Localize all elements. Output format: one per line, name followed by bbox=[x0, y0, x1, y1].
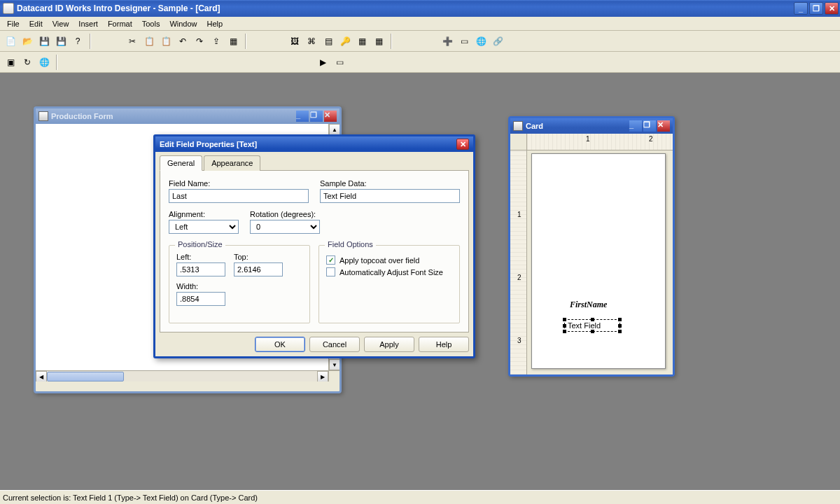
main-titlebar: Datacard ID Works Intro Designer - Sampl… bbox=[0, 0, 840, 17]
select-rotation[interactable]: 0 bbox=[250, 220, 320, 234]
dialog-title: Edit Field Properties [Text] bbox=[160, 140, 456, 148]
menu-help[interactable]: Help bbox=[203, 18, 227, 29]
scroll-down-icon[interactable]: ▼ bbox=[329, 359, 340, 370]
tab-panel-general: Field Name: Sample Data: Alignment: Left bbox=[160, 171, 469, 332]
checkbox-apply-topcoat-row[interactable]: Apply topcoat over field bbox=[326, 255, 452, 265]
checkbox-apply-topcoat[interactable] bbox=[326, 255, 335, 265]
label-top: Top: bbox=[234, 253, 283, 261]
input-top[interactable] bbox=[234, 262, 283, 276]
window-icon bbox=[38, 111, 48, 121]
pf-close-button[interactable]: ✕ bbox=[324, 111, 337, 122]
card-titlebar[interactable]: Card _ ❐ ✕ bbox=[510, 118, 673, 134]
input-field-name[interactable] bbox=[169, 189, 309, 203]
image-icon[interactable]: 🖼 bbox=[287, 34, 302, 49]
menu-format[interactable]: Format bbox=[104, 18, 136, 29]
card-minimize-button[interactable]: _ bbox=[629, 120, 642, 132]
input-sample-data[interactable] bbox=[320, 189, 460, 203]
ruler-corner bbox=[510, 134, 527, 150]
grid-icon[interactable]: ▦ bbox=[354, 34, 370, 49]
ok-button[interactable]: OK bbox=[255, 337, 305, 352]
pf-minimize-button[interactable]: _ bbox=[296, 111, 309, 122]
label-apply-topcoat: Apply topcoat over field bbox=[340, 256, 419, 265]
dialog-tabstrip: General Appearance bbox=[160, 155, 469, 171]
snap-icon[interactable]: ▦ bbox=[225, 34, 241, 49]
close-button[interactable]: ✕ bbox=[825, 2, 839, 15]
toolbar-separator bbox=[56, 55, 57, 70]
refresh-icon[interactable]: ↻ bbox=[20, 55, 35, 70]
production-form-titlebar[interactable]: Production Form _ ❐ ✕ bbox=[36, 108, 340, 124]
label-rotation: Rotation (degrees): bbox=[250, 210, 320, 218]
world-icon[interactable]: 🌐 bbox=[473, 34, 489, 49]
page-icon[interactable]: ▭ bbox=[332, 55, 347, 70]
addcard-icon[interactable]: ➕ bbox=[440, 34, 455, 49]
input-left[interactable] bbox=[176, 262, 225, 276]
menu-window[interactable]: Window bbox=[165, 18, 201, 29]
help-button[interactable]: Help bbox=[419, 337, 469, 352]
redo-icon[interactable]: ↷ bbox=[192, 34, 207, 49]
legend-field-options: Field Options bbox=[325, 240, 376, 248]
save-icon[interactable]: 💾 bbox=[36, 34, 52, 49]
mdi-workspace: Production Form _ ❐ ✕ ▲ ▼ ◀ ▶ Card bbox=[0, 73, 840, 490]
cancel-button[interactable]: Cancel bbox=[309, 337, 360, 352]
checkbox-auto-font-row[interactable]: Automatically Adjust Font Size bbox=[326, 267, 452, 276]
ruler-mark: 1 bbox=[517, 211, 522, 218]
pf-maximize-button[interactable]: ❐ bbox=[310, 111, 323, 122]
card-canvas[interactable]: FirstName Text Field bbox=[531, 153, 666, 369]
status-text: Current selection is: Text Field 1 (Type… bbox=[3, 493, 258, 502]
paste-icon[interactable]: 📋 bbox=[158, 34, 174, 49]
label-left: Left: bbox=[176, 253, 225, 261]
scroll-right-icon[interactable]: ▶ bbox=[317, 371, 328, 382]
card-close-button[interactable]: ✕ bbox=[657, 120, 670, 132]
help-icon[interactable]: ? bbox=[70, 34, 85, 49]
table-icon[interactable]: ▦ bbox=[371, 34, 386, 49]
app-icon bbox=[3, 3, 14, 14]
chain-icon[interactable]: 🔗 bbox=[490, 34, 505, 49]
pf-scrollbar-h[interactable]: ◀ ▶ bbox=[36, 370, 328, 382]
dialog-close-button[interactable]: ✕ bbox=[456, 139, 469, 150]
card-window[interactable]: Card _ ❐ ✕ 1 2 1 2 3 FirstName bbox=[508, 116, 675, 377]
resize-grip[interactable] bbox=[328, 370, 340, 382]
db-icon[interactable]: ▤ bbox=[321, 34, 336, 49]
ruler-mark: 2 bbox=[517, 274, 522, 281]
maximize-button[interactable]: ❐ bbox=[809, 2, 823, 15]
key-icon[interactable]: 🔑 bbox=[337, 34, 353, 49]
toolbar-row-1: 📄 📂 💾 💾 ? ✂ 📋 📋 ↶ ↷ ⇪ ▦ 🖼 ⌘ ▤ 🔑 ▦ ▦ ➕ ▭ … bbox=[0, 31, 840, 52]
card-field-selected[interactable]: Text Field bbox=[564, 319, 620, 332]
scroll-left-icon[interactable]: ◀ bbox=[36, 371, 47, 382]
copy-icon[interactable]: 📋 bbox=[141, 34, 157, 49]
production-form-title: Production Form bbox=[51, 112, 296, 120]
input-width[interactable] bbox=[176, 292, 225, 306]
run-icon[interactable]: ▶ bbox=[315, 55, 330, 70]
menu-edit[interactable]: Edit bbox=[25, 18, 47, 29]
cut-icon[interactable]: ✂ bbox=[125, 34, 140, 49]
saveas-icon[interactable]: 💾 bbox=[53, 34, 69, 49]
menu-insert[interactable]: Insert bbox=[74, 18, 102, 29]
menu-tools[interactable]: Tools bbox=[138, 18, 164, 29]
apply-button[interactable]: Apply bbox=[364, 337, 414, 352]
import-icon[interactable]: ⇪ bbox=[209, 34, 224, 49]
label-sample-data: Sample Data: bbox=[320, 179, 460, 188]
card-icon[interactable]: ▭ bbox=[456, 34, 472, 49]
menu-file[interactable]: File bbox=[3, 18, 24, 29]
menu-view[interactable]: View bbox=[48, 18, 74, 29]
new-icon[interactable]: 📄 bbox=[3, 34, 18, 49]
checkbox-auto-font[interactable] bbox=[326, 267, 335, 276]
select-alignment[interactable]: Left bbox=[169, 220, 239, 234]
minimize-button[interactable]: _ bbox=[794, 2, 808, 15]
app-title: Datacard ID Works Intro Designer - Sampl… bbox=[17, 4, 794, 13]
dialog-titlebar[interactable]: Edit Field Properties [Text] ✕ bbox=[155, 136, 473, 152]
globe-icon[interactable]: 🌐 bbox=[36, 55, 52, 70]
code-icon[interactable]: ⌘ bbox=[304, 34, 319, 49]
label-width: Width: bbox=[176, 282, 225, 290]
card-field-firstname[interactable]: FirstName bbox=[570, 300, 607, 310]
app-icon-small[interactable]: ▣ bbox=[3, 55, 18, 70]
tab-appearance[interactable]: Appearance bbox=[204, 155, 260, 171]
card-maximize-button[interactable]: ❐ bbox=[643, 120, 656, 132]
scroll-up-icon[interactable]: ▲ bbox=[329, 124, 340, 135]
tab-general[interactable]: General bbox=[160, 155, 202, 171]
card-title: Card bbox=[526, 122, 629, 130]
undo-icon[interactable]: ↶ bbox=[175, 34, 190, 49]
open-icon[interactable]: 📂 bbox=[20, 34, 35, 49]
scroll-thumb[interactable] bbox=[47, 372, 124, 382]
label-alignment: Alignment: bbox=[169, 210, 239, 218]
